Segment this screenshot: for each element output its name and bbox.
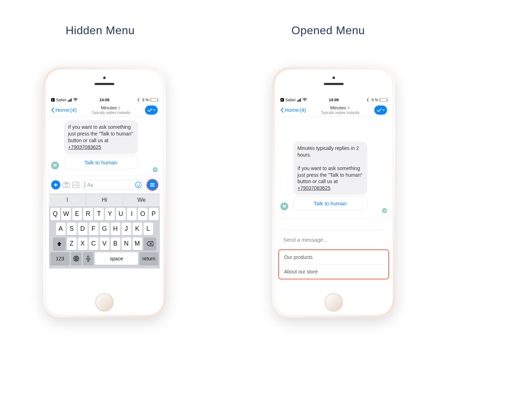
key-z[interactable]: Z [67,237,77,250]
key-r[interactable]: R [83,208,93,220]
keyboard-row-2: ASDFGHJKL [50,223,158,235]
wifi-icon [73,98,78,102]
menu-item-products[interactable]: Our products [279,250,388,264]
battery-icon [379,98,387,102]
key-b[interactable]: B [111,237,120,250]
menu-toggle-button[interactable] [147,180,158,190]
suggestion-1[interactable]: I [49,194,86,206]
message-phone-link[interactable]: +79037083625 [297,185,331,191]
message-bubble: Minutes typically replies in 2 hours. If… [293,141,367,195]
back-count: (4) [70,107,77,113]
chevron-right-icon [118,106,121,110]
key-e[interactable]: E [72,208,82,220]
speaker-slot [95,83,114,85]
composer: Send a message... Our products About our… [278,230,389,279]
svg-point-5 [77,183,78,184]
image-icon [72,182,79,188]
read-receipt-avatar: M [382,208,387,213]
chevron-left-icon [51,107,55,113]
heading-opened-menu: Opened Menu [291,24,365,37]
talk-to-human-button[interactable]: Talk to human [293,197,367,210]
key-123[interactable]: 123 [50,252,69,265]
svg-rect-0 [51,98,55,102]
message-text: If you want to ask something just press … [68,124,133,143]
check-icon [147,108,152,112]
key-shift[interactable] [53,237,66,250]
key-m[interactable]: M [133,237,142,250]
svg-rect-4 [73,182,79,188]
key-v[interactable]: V [100,237,109,250]
battery-icon [150,98,158,102]
chat-subtitle: Typically replies instantly [306,111,374,115]
home-button[interactable] [325,293,343,312]
chevron-down-icon [153,109,156,111]
key-backspace[interactable] [144,237,156,250]
chat-title-text: Minutes [101,105,117,110]
key-p[interactable]: P [149,208,158,220]
phone-frame-left: Safari 14:08 9 % Home (4) [43,67,166,318]
gallery-button[interactable] [72,182,79,188]
key-mic[interactable] [83,252,93,265]
key-d[interactable]: D [78,223,87,235]
menu-item-about[interactable]: About our store [279,264,388,279]
status-bar: Safari 14:08 9 % [278,96,389,103]
chat-title[interactable]: Minutes [101,105,121,110]
key-t[interactable]: T [94,208,104,220]
key-i[interactable]: I [127,208,137,220]
key-h[interactable]: H [111,223,120,235]
plus-icon [53,182,58,187]
read-receipt-avatar: M [153,167,158,172]
key-w[interactable]: W [61,208,71,220]
key-j[interactable]: J [122,223,131,235]
key-g[interactable]: G [100,223,109,235]
backspace-icon [146,241,153,246]
suggestion-2[interactable]: Hi [86,194,123,206]
key-y[interactable]: Y [105,208,115,220]
avatar[interactable]: M [51,162,59,169]
message-text: If you want to ask something just press … [297,165,362,185]
chat-subtitle: Typically replies instantly [77,111,145,115]
avatar[interactable]: M [280,203,288,210]
signal-icon [297,98,301,102]
key-l[interactable]: L [144,223,153,235]
check-icon [377,108,382,112]
manage-button[interactable] [145,105,158,115]
clock: 14:08 [316,98,352,102]
add-button[interactable] [51,180,60,189]
key-c[interactable]: C [89,237,98,250]
message-input[interactable]: Aa [81,180,145,190]
key-n[interactable]: N [122,237,131,250]
key-u[interactable]: U [116,208,126,220]
key-space[interactable]: space [95,252,138,265]
suggestion-3[interactable]: We [123,194,160,206]
signal-icon [68,98,72,102]
chevron-left-icon [280,107,284,113]
key-o[interactable]: O [138,208,147,220]
key-a[interactable]: A [56,223,66,235]
home-button[interactable] [95,293,114,312]
key-k[interactable]: K [133,223,142,235]
key-x[interactable]: X [78,237,87,250]
wifi-icon [302,98,307,102]
key-f[interactable]: F [89,223,98,235]
manage-button[interactable] [374,105,387,115]
key-q[interactable]: Q [50,208,60,220]
back-button[interactable]: Home (4) [51,107,77,113]
key-globe[interactable] [71,252,81,265]
send-message-input[interactable]: Send a message... [278,230,389,249]
mic-icon [86,255,90,262]
talk-to-human-button[interactable]: Talk to human [64,156,138,169]
message-phone-link[interactable]: +79037083625 [68,144,101,150]
keyboard-row-3: ZXCVBNM [50,237,158,250]
key-s[interactable]: S [67,223,77,235]
battery-percent: 9 % [142,98,149,102]
phone-frame-right: Safari 14:08 9 % Home (4) [272,67,395,318]
key-return[interactable]: return [139,252,158,265]
camera-button[interactable] [62,182,70,188]
back-button[interactable]: Home (4) [280,107,306,113]
back-to-safari-icon [280,98,284,102]
chat-title[interactable]: Minutes [330,105,350,110]
chat-body: If you want to ask something just press … [49,117,160,169]
globe-icon [73,255,79,262]
emoji-button[interactable] [135,181,142,188]
